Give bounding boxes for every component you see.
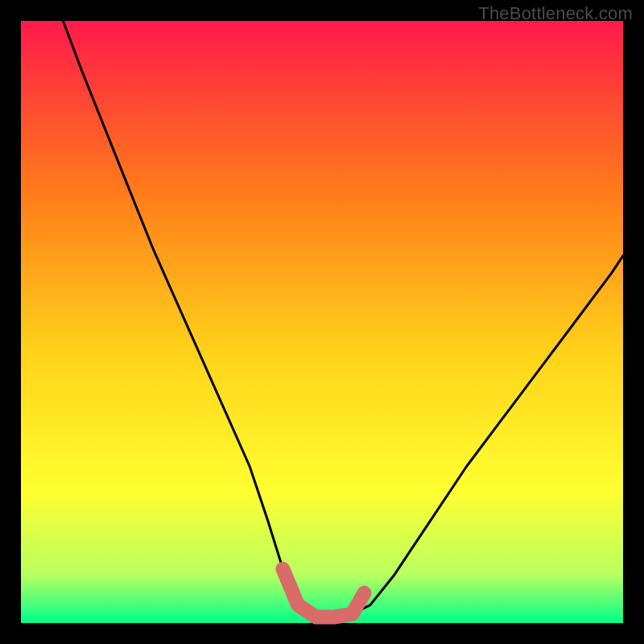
chart-svg	[0, 0, 644, 644]
watermark-text: TheBottleneck.com	[478, 3, 633, 24]
plot-background	[21, 21, 623, 623]
chart-stage: TheBottleneck.com	[0, 0, 644, 644]
